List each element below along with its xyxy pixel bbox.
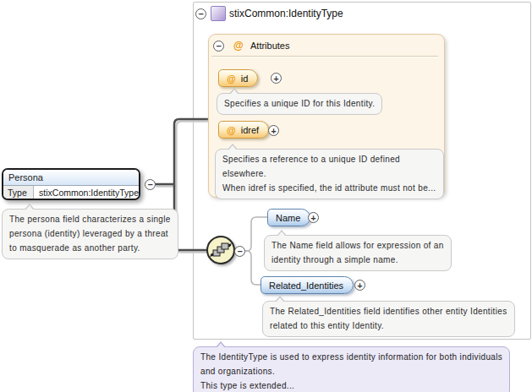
type-label: Type	[3, 186, 34, 200]
at-icon: @	[233, 40, 244, 52]
connector-branch-related	[245, 251, 261, 285]
sequence-compositor[interactable]	[206, 236, 235, 264]
at-icon: @	[227, 125, 236, 135]
tooltip-name-description: The Name field allows for expression of …	[264, 235, 452, 271]
attributes-collapse-button[interactable]: −	[213, 41, 224, 52]
attribute-badge-idref[interactable]: @ idref	[218, 121, 269, 139]
persona-type-row: Type stixCommon:IdentityType	[3, 186, 139, 200]
tooltip-related-identities-description: The Related_Identities field identifies …	[262, 301, 515, 337]
expand-button-id[interactable]: +	[271, 73, 282, 84]
attributes-separator	[211, 56, 438, 57]
expand-button-idref[interactable]: +	[268, 125, 279, 136]
persona-collapse-button[interactable]: −	[145, 179, 156, 190]
type-value: stixCommon:IdentityType	[34, 186, 139, 200]
attribute-badge-id[interactable]: @ id	[218, 69, 258, 87]
at-icon: @	[227, 74, 236, 84]
attributes-header-label: Attributes	[250, 41, 289, 51]
element-badge-related-identities[interactable]: Related_Identities	[261, 276, 354, 294]
identity-type-collapse-button[interactable]: −	[195, 8, 206, 19]
element-badge-name[interactable]: Name	[267, 209, 310, 226]
tooltip-persona-description: The persona field characterizes a single…	[2, 209, 178, 259]
attribute-name: id	[241, 74, 249, 84]
tooltip-identity-type-description: The IdentityType is used to express iden…	[193, 346, 510, 392]
attribute-name: idref	[241, 125, 259, 135]
expand-button-related-identities[interactable]: +	[354, 280, 365, 291]
persona-element-box[interactable]: Persona Type stixCommon:IdentityType	[2, 168, 140, 200]
identity-type-title: stixCommon:IdentityType	[229, 8, 343, 19]
sequence-icon	[209, 238, 233, 262]
element-name: Name	[276, 213, 300, 223]
element-name: Related_Identities	[269, 280, 343, 291]
persona-title: Persona	[3, 170, 139, 186]
schema-diagram: − stixCommon:IdentityType − @ Attributes…	[0, 0, 532, 392]
complextype-icon	[211, 6, 226, 21]
tooltip-id-description: Specifies a unique ID for this Identity.	[217, 93, 382, 115]
sequence-collapse-button[interactable]: −	[234, 246, 245, 257]
expand-button-name[interactable]: +	[308, 212, 319, 223]
tooltip-idref-description: Specifies a reference to a unique ID def…	[215, 149, 444, 199]
